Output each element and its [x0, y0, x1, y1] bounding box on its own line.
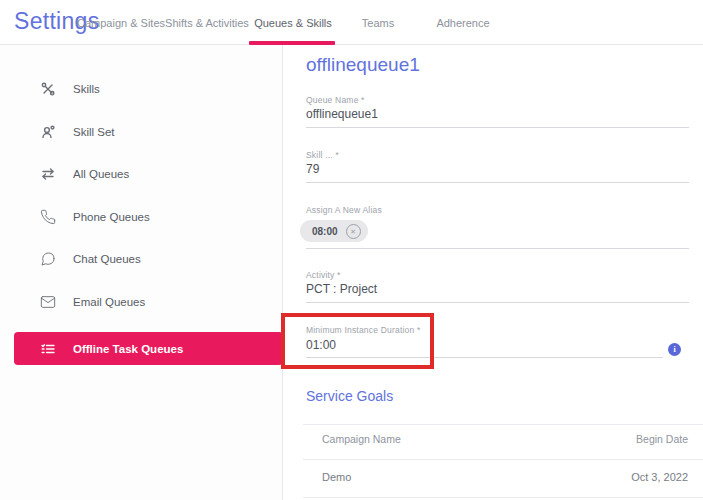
- table-divider: [303, 497, 703, 498]
- min-duration-input[interactable]: 01:00: [306, 338, 336, 352]
- queue-title: offlinequeue1: [306, 54, 420, 76]
- sidebar: Skills Skill Set All Queues Phone Queues: [0, 45, 283, 500]
- task-list-icon: [40, 341, 56, 357]
- tab-campaign-sites[interactable]: Campaign & Sites: [77, 17, 165, 29]
- field-underline: [306, 357, 663, 358]
- sidebar-item-skills[interactable]: Skills: [14, 72, 283, 105]
- table-divider: [303, 424, 703, 425]
- sidebar-item-phone-queues[interactable]: Phone Queues: [14, 200, 283, 233]
- alias-chip[interactable]: 08:00: [300, 220, 368, 242]
- info-icon[interactable]: [668, 343, 681, 356]
- email-icon: [40, 294, 56, 310]
- skill-input[interactable]: 79: [306, 162, 319, 176]
- sidebar-item-email-queues[interactable]: Email Queues: [14, 285, 283, 318]
- sidebar-item-chat-queues[interactable]: Chat Queues: [14, 242, 283, 275]
- skill-set-icon: [40, 124, 56, 140]
- field-underline: [306, 248, 689, 249]
- skill-label: Skill ... *: [306, 150, 339, 160]
- sidebar-item-label: Email Queues: [73, 296, 145, 308]
- service-goals-heading: Service Goals: [306, 388, 393, 404]
- all-queues-icon: [40, 166, 56, 182]
- header-bar: Settings Campaign & Sites Shifts & Activ…: [0, 0, 703, 45]
- sidebar-item-label: Phone Queues: [73, 211, 150, 223]
- queue-detail-panel: offlinequeue1 Queue Name * offlinequeue1…: [284, 45, 703, 500]
- field-underline: [306, 182, 689, 183]
- sidebar-item-offline-task-queues[interactable]: Offline Task Queues: [14, 332, 283, 365]
- table-row-begin-date: Oct 3, 2022: [631, 471, 688, 483]
- chat-icon: [40, 251, 56, 267]
- table-row-campaign-name[interactable]: Demo: [322, 471, 351, 483]
- sidebar-item-skill-set[interactable]: Skill Set: [14, 115, 283, 148]
- queue-name-input[interactable]: offlinequeue1: [306, 107, 378, 121]
- alias-chip-value: 08:00: [312, 226, 338, 237]
- tab-teams[interactable]: Teams: [362, 17, 394, 29]
- sidebar-item-all-queues[interactable]: All Queues: [14, 157, 283, 190]
- column-header-begin-date: Begin Date: [636, 433, 688, 445]
- activity-input[interactable]: PCT : Project: [306, 282, 377, 296]
- tab-adherence[interactable]: Adherence: [436, 17, 489, 29]
- table-divider: [303, 459, 703, 460]
- field-underline: [306, 127, 689, 128]
- activity-label: Activity *: [306, 270, 341, 280]
- phone-icon: [40, 209, 56, 225]
- min-duration-label: Minimum Instance Duration *: [306, 325, 421, 335]
- alias-label: Assign A New Alias: [306, 205, 382, 215]
- settings-page: Settings Campaign & Sites Shifts & Activ…: [0, 0, 703, 500]
- sidebar-item-label: All Queues: [73, 168, 129, 180]
- sidebar-item-label: Chat Queues: [73, 253, 141, 265]
- tab-shifts-activities[interactable]: Shifts & Activities: [165, 17, 249, 29]
- tab-queues-skills[interactable]: Queues & Skills: [254, 17, 332, 29]
- queue-name-label: Queue Name *: [306, 95, 365, 105]
- field-underline: [306, 302, 689, 303]
- circle-x-icon[interactable]: [346, 224, 361, 239]
- sidebar-item-label: Skills: [73, 83, 100, 95]
- column-header-campaign-name: Campaign Name: [322, 433, 401, 445]
- skills-icon: [40, 81, 56, 97]
- sidebar-item-label: Skill Set: [73, 126, 115, 138]
- sidebar-item-label: Offline Task Queues: [73, 343, 183, 355]
